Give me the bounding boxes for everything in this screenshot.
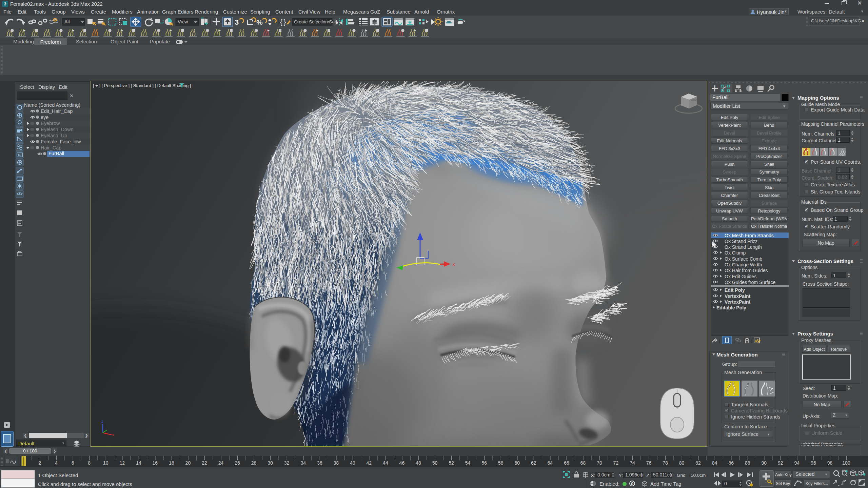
svg-text:62: 62 bbox=[531, 460, 536, 466]
svg-text:56: 56 bbox=[481, 460, 487, 466]
svg-text:26: 26 bbox=[235, 460, 240, 466]
svg-text:52: 52 bbox=[449, 460, 454, 466]
svg-text:54: 54 bbox=[465, 460, 471, 466]
svg-text:60: 60 bbox=[514, 460, 520, 466]
svg-text:46: 46 bbox=[399, 460, 405, 466]
svg-text:78: 78 bbox=[663, 460, 668, 466]
svg-text:76: 76 bbox=[646, 460, 652, 466]
svg-text:96: 96 bbox=[811, 460, 816, 466]
svg-text:94: 94 bbox=[794, 460, 800, 466]
svg-text:x: x bbox=[453, 262, 455, 267]
svg-text:16: 16 bbox=[153, 460, 158, 466]
svg-text:80: 80 bbox=[679, 460, 685, 466]
svg-text:40: 40 bbox=[350, 460, 355, 466]
svg-text:All: All bbox=[64, 19, 70, 24]
svg-text:48: 48 bbox=[416, 460, 421, 466]
svg-text:74: 74 bbox=[630, 460, 635, 466]
svg-text:58: 58 bbox=[498, 460, 504, 466]
svg-text:38: 38 bbox=[334, 460, 339, 466]
svg-text:50: 50 bbox=[432, 460, 438, 466]
svg-text:z: z bbox=[101, 419, 103, 423]
svg-text:4: 4 bbox=[55, 460, 58, 466]
svg-text:98: 98 bbox=[827, 460, 833, 466]
svg-text:12: 12 bbox=[119, 460, 125, 466]
svg-text:90: 90 bbox=[762, 460, 767, 466]
svg-text:82: 82 bbox=[695, 460, 701, 466]
svg-text:34: 34 bbox=[300, 460, 306, 466]
svg-text:8: 8 bbox=[88, 460, 91, 466]
svg-text:10: 10 bbox=[103, 460, 108, 466]
svg-text:66: 66 bbox=[564, 460, 569, 466]
svg-text:92: 92 bbox=[778, 460, 783, 466]
svg-text:2: 2 bbox=[39, 460, 41, 466]
svg-text:100: 100 bbox=[842, 460, 850, 466]
svg-text:30: 30 bbox=[268, 460, 273, 466]
svg-text:84: 84 bbox=[712, 460, 717, 466]
svg-text:3: 3 bbox=[235, 18, 239, 26]
svg-text:%: % bbox=[256, 18, 263, 26]
svg-text:{ }: { } bbox=[280, 18, 286, 26]
svg-text:x: x bbox=[112, 433, 114, 437]
svg-text:68: 68 bbox=[580, 460, 586, 466]
svg-text:72: 72 bbox=[613, 460, 619, 466]
svg-text:[ + ] [ Perspective ] [ Standa: [ + ] [ Perspective ] [ Standard ] [ Def… bbox=[93, 83, 191, 88]
svg-text:88: 88 bbox=[745, 460, 750, 466]
svg-text:36: 36 bbox=[317, 460, 322, 466]
svg-text:22: 22 bbox=[202, 460, 207, 466]
svg-text:28: 28 bbox=[251, 460, 257, 466]
svg-text:42: 42 bbox=[367, 460, 372, 466]
svg-text:64: 64 bbox=[548, 460, 553, 466]
svg-text:86: 86 bbox=[728, 460, 734, 466]
svg-text:View: View bbox=[178, 19, 188, 24]
svg-text:18: 18 bbox=[169, 460, 174, 466]
svg-text:20: 20 bbox=[185, 460, 191, 466]
svg-text:6: 6 bbox=[72, 460, 74, 466]
svg-text:24: 24 bbox=[218, 460, 224, 466]
svg-text:44: 44 bbox=[383, 460, 388, 466]
svg-text:70: 70 bbox=[597, 460, 602, 466]
svg-text:32: 32 bbox=[284, 460, 290, 466]
svg-text:14: 14 bbox=[136, 460, 141, 466]
